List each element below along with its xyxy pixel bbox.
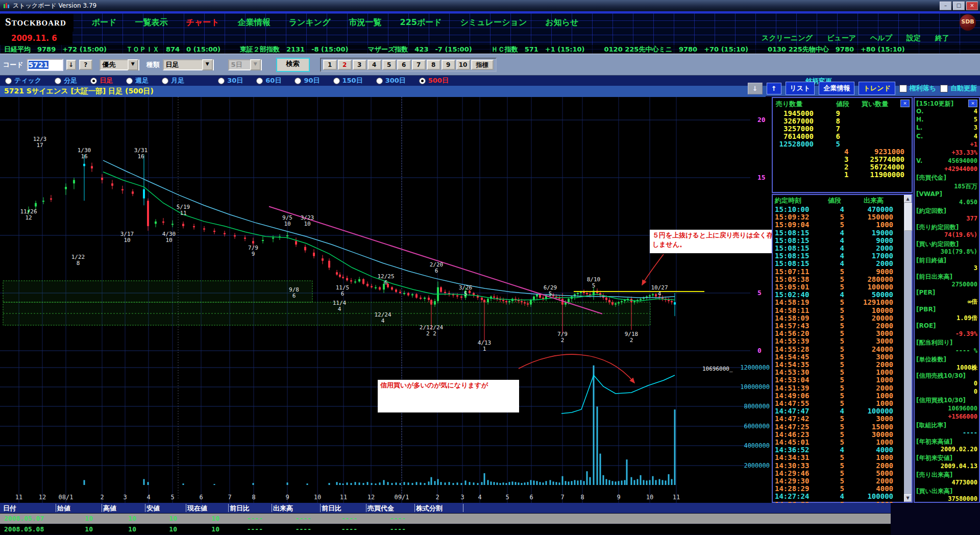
page-button-8[interactable]: 8 xyxy=(427,60,440,70)
close-icon[interactable]: × xyxy=(900,100,910,107)
stat-line: 1000株 xyxy=(916,363,978,372)
table-row[interactable]: 2008.05.0810101010---------------- xyxy=(0,524,891,534)
priority-select[interactable]: 優先▼ xyxy=(100,59,139,70)
page-button-3[interactable]: 3 xyxy=(353,60,366,70)
tape-row: 14:30:3352000 xyxy=(773,461,900,469)
page-button-2[interactable]: 2 xyxy=(338,60,352,70)
tape-row: 14:46:23530000 xyxy=(773,430,900,438)
checkbox-icon[interactable] xyxy=(899,85,907,92)
scroll-up-icon[interactable]: ▲ xyxy=(904,195,912,203)
stat-line: 4773000 xyxy=(916,479,978,487)
type-select[interactable]: 日足▼ xyxy=(163,59,214,70)
svg-text:4: 4 xyxy=(146,494,150,501)
menu-item-市況一覧[interactable]: 市況一覧 xyxy=(349,17,382,28)
stock-stats-panel: ×[15:10更新]O.4H.5L.3C.4+1+33.33%V.4569400… xyxy=(914,97,980,503)
history-header-cell: 売買代金 xyxy=(368,504,415,512)
radio-icon xyxy=(5,78,12,84)
tape-row: 14:47:4253000 xyxy=(773,415,900,422)
header-button-トレンド[interactable]: トレンド xyxy=(859,82,895,95)
page-button-9[interactable]: 9 xyxy=(442,60,455,70)
menu-item-ボード[interactable]: ボード xyxy=(92,17,117,28)
history-cell: 2008.05.08 xyxy=(4,525,44,533)
stat-line: [売り約定回数] xyxy=(916,223,978,231)
top-link-設定[interactable]: 設定 xyxy=(906,34,921,43)
top-link-ヘルプ[interactable]: ヘルプ xyxy=(870,34,892,43)
stat-label: [買い出来高] xyxy=(916,487,952,496)
menu-item-一覧表示[interactable]: 一覧表示 xyxy=(135,17,168,28)
top-link-ビューア[interactable]: ビューア xyxy=(827,34,856,43)
svg-text:08/1: 08/1 xyxy=(59,494,74,501)
maximize-button[interactable]: □ xyxy=(953,2,965,10)
stat-line: [単位株数] xyxy=(916,355,978,363)
period-radio-週足[interactable]: 週足 xyxy=(126,76,149,85)
svg-text:6: 6 xyxy=(292,293,296,299)
period-radio-日足[interactable]: 日足 xyxy=(90,76,113,85)
period-radio-150日[interactable]: 150日 xyxy=(333,76,363,85)
period-radio-月足[interactable]: 月足 xyxy=(162,76,184,85)
checkbox-icon[interactable] xyxy=(940,85,948,92)
chart-header: 5721 Sサイエンス [大証一部] 日足 (500日) ↓↑リスト企業情報トレ… xyxy=(0,86,980,97)
stat-line: [買い出来高] xyxy=(916,487,978,495)
scroll-thumb[interactable] xyxy=(904,203,912,231)
tape-row: 14:36:5244000 xyxy=(773,446,900,453)
chevron-down-icon[interactable]: ▼ xyxy=(128,59,138,70)
order-book-header: 値段 xyxy=(836,100,849,109)
code-down-button[interactable]: ↓ xyxy=(66,60,76,70)
period-radio-60日[interactable]: 60日 xyxy=(256,76,281,85)
svg-text:16: 16 xyxy=(81,153,87,160)
header-button-企業情報[interactable]: 企業情報 xyxy=(819,82,854,95)
chevron-down-icon[interactable]: ▼ xyxy=(202,59,213,70)
checkbox-権利落ち[interactable]: 権利落ち xyxy=(899,84,936,93)
page-button-5[interactable]: 5 xyxy=(382,60,396,70)
radio-icon xyxy=(55,78,61,84)
tape-row: 15:09:0451000 xyxy=(773,221,900,228)
stat-value: 4773000 xyxy=(951,479,977,486)
checkbox-自動更新[interactable]: 自動更新 xyxy=(940,84,977,93)
chart-header-buttons: ↓↑リスト企業情報トレンド権利落ち自動更新 xyxy=(748,82,977,95)
page-button-4[interactable]: 4 xyxy=(368,60,381,70)
minimize-button[interactable]: – xyxy=(940,2,951,10)
indicator-button[interactable]: 指標 xyxy=(471,60,494,70)
header-button-リスト[interactable]: リスト xyxy=(786,82,815,95)
tape-row: 15:08:15417000 xyxy=(773,252,900,259)
period-radio-30日[interactable]: 30日 xyxy=(218,76,243,85)
stat-value: 377 xyxy=(966,215,977,222)
history-cell: 10 xyxy=(187,525,219,533)
close-button[interactable]: × xyxy=(966,2,978,10)
scroll-down-icon[interactable]: ▼ xyxy=(904,494,912,502)
help-button[interactable]: ? xyxy=(79,60,92,70)
nav-up-button[interactable]: ↑ xyxy=(767,83,781,94)
menu-item-お知らせ[interactable]: お知らせ xyxy=(545,17,578,28)
tape-row: 15:07:1159000 xyxy=(773,268,900,275)
top-links: スクリーニングビューアヘルプ設定終了 xyxy=(762,34,949,43)
order-book-header: 売り数量 xyxy=(776,100,802,109)
menu-item-ランキング[interactable]: ランキング xyxy=(289,17,331,28)
period-radio-分足[interactable]: 分足 xyxy=(55,76,77,85)
stat-value: 2750000 xyxy=(951,281,977,288)
stat-line: 301(79.8%) xyxy=(916,248,978,256)
menu-item-チャート[interactable]: チャート xyxy=(186,17,219,28)
stat-value: 301(79.8%) xyxy=(941,248,977,255)
page-button-1[interactable]: 1 xyxy=(323,60,337,70)
period-radio-500日[interactable]: 500日 xyxy=(419,76,449,85)
page-button-6[interactable]: 6 xyxy=(397,60,411,70)
svg-text:5: 5 xyxy=(757,289,762,297)
page-button-7[interactable]: 7 xyxy=(412,60,426,70)
period-radio-ティック[interactable]: ティック xyxy=(5,76,41,85)
stat-label: [前日終値] xyxy=(916,256,946,265)
menu-item-225ボード[interactable]: 225ボード xyxy=(400,17,442,28)
page-button-10[interactable]: 10 xyxy=(456,60,470,70)
table-row[interactable]: 2008.05.0710101010---------------- xyxy=(0,514,891,524)
nav-down-button[interactable]: ↓ xyxy=(748,83,763,94)
tape-scrollbar[interactable]: ▲▼ xyxy=(904,195,912,502)
tape-row: 15:08:1542000 xyxy=(773,244,900,252)
search-button[interactable]: 検索 xyxy=(276,58,310,72)
menu-item-シミュレーション[interactable]: シミュレーション xyxy=(460,17,527,28)
menu-item-企業情報[interactable]: 企業情報 xyxy=(238,17,271,28)
period-radio-90日[interactable]: 90日 xyxy=(295,76,320,85)
period-radio-300日[interactable]: 300日 xyxy=(376,76,406,85)
top-link-終了[interactable]: 終了 xyxy=(935,34,949,43)
history-cell: 10 xyxy=(57,525,93,533)
code-input[interactable]: 5721 xyxy=(27,59,63,71)
top-link-スクリーニング[interactable]: スクリーニング xyxy=(762,34,813,43)
